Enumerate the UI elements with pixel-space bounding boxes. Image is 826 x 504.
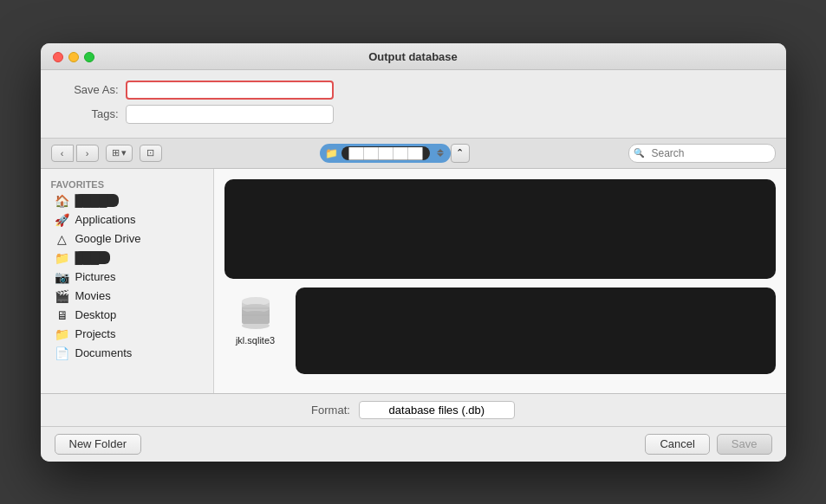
dark-content-block-right: [296, 288, 776, 374]
location-bar: 📁 ██████████ ⌃: [169, 144, 621, 163]
location-pill[interactable]: 📁 ██████████: [320, 144, 450, 163]
movies-icon: 🎬: [55, 289, 70, 303]
file-name-label: jkl.sqlite3: [236, 335, 275, 346]
new-folder-toolbar-button[interactable]: ⊡: [140, 145, 162, 162]
sqlite-icon-svg: [237, 291, 275, 333]
database-file-icon: [235, 291, 276, 333]
save-dialog: Output database Save As: Tags: ‹ › ⊞ ▾ ⊡…: [41, 43, 786, 462]
sidebar-item-pictures[interactable]: 📷 Pictures: [44, 268, 210, 287]
projects-icon: 📁: [55, 327, 70, 341]
maximize-button[interactable]: [84, 52, 94, 62]
list-item[interactable]: jkl.sqlite3: [224, 288, 287, 374]
tags-row: Tags:: [58, 105, 769, 124]
dark-content-block-top: [224, 179, 776, 279]
new-folder-button[interactable]: New Folder: [55, 434, 141, 455]
location-chevron-icon: [437, 149, 444, 157]
sidebar-item-label: Google Drive: [75, 232, 141, 245]
sidebar-item-label: Documents: [75, 346, 133, 359]
view-button[interactable]: ⊞ ▾: [106, 145, 133, 162]
sidebar-item-label: ███: [75, 251, 110, 264]
pictures-icon: 📷: [55, 270, 70, 284]
sidebar-item-home[interactable]: 🏠 ████: [44, 191, 210, 210]
second-row: jkl.sqlite3: [224, 288, 776, 374]
search-input[interactable]: [628, 144, 776, 163]
sidebar-item-label: Movies: [75, 289, 111, 302]
save-as-input[interactable]: [126, 81, 334, 100]
format-bar: Format: database files (.db): [41, 394, 786, 427]
view-icon: ⊞: [112, 147, 120, 158]
google-drive-icon: △: [55, 232, 70, 246]
view-chevron-icon: ▾: [121, 147, 127, 158]
sidebar-item-label: ████: [75, 194, 119, 207]
search-wrapper: 🔍: [628, 144, 776, 163]
traffic-lights: [53, 52, 94, 62]
cancel-button[interactable]: Cancel: [645, 434, 709, 455]
forward-button[interactable]: ›: [76, 145, 99, 162]
folder-icon: 📁: [55, 251, 70, 265]
save-button[interactable]: Save: [717, 434, 772, 455]
bottom-bar: New Folder Cancel Save: [41, 427, 786, 462]
sidebar-item-desktop[interactable]: 🖥 Desktop: [44, 306, 210, 325]
save-as-row: Save As:: [58, 81, 769, 100]
sidebar-section-label: Favorites: [41, 176, 213, 191]
home-icon: 🏠: [55, 194, 70, 208]
back-button[interactable]: ‹: [51, 145, 74, 162]
sidebar: Favorites 🏠 ████ 🚀 Applications △ Google…: [41, 169, 214, 393]
main-content: Favorites 🏠 ████ 🚀 Applications △ Google…: [41, 169, 786, 394]
expand-button[interactable]: ⌃: [451, 144, 470, 163]
dialog-title: Output database: [368, 50, 458, 63]
sidebar-item-projects[interactable]: 📁 Projects: [44, 325, 210, 344]
location-text: ██████████: [341, 146, 429, 160]
desktop-icon: 🖥: [55, 308, 70, 322]
tags-input[interactable]: [126, 105, 334, 124]
format-label: Format:: [311, 404, 350, 417]
documents-icon: 📄: [55, 346, 70, 360]
search-icon: 🔍: [634, 148, 644, 158]
toolbar: ‹ › ⊞ ▾ ⊡ 📁 ██████████ ⌃ 🔍: [41, 139, 786, 169]
close-button[interactable]: [53, 52, 63, 62]
tags-label: Tags:: [58, 107, 119, 120]
sidebar-item-documents[interactable]: 📄 Documents: [44, 344, 210, 363]
minimize-button[interactable]: [68, 52, 79, 62]
expand-icon: ⌃: [456, 147, 464, 158]
sidebar-item-applications[interactable]: 🚀 Applications: [44, 210, 210, 229]
title-bar: Output database: [41, 43, 786, 70]
file-area: jkl.sqlite3: [214, 169, 786, 393]
sidebar-item-custom-folder[interactable]: 📁 ███: [44, 249, 210, 268]
folder-plus-icon: ⊡: [146, 147, 154, 158]
sidebar-item-label: Projects: [75, 327, 116, 340]
form-section: Save As: Tags:: [41, 70, 786, 139]
location-folder-icon: 📁: [325, 147, 338, 159]
sidebar-item-label: Pictures: [75, 270, 116, 283]
sidebar-item-label: Desktop: [75, 308, 117, 321]
sidebar-item-label: Applications: [75, 213, 136, 226]
sidebar-item-google-drive[interactable]: △ Google Drive: [44, 229, 210, 249]
save-as-label: Save As:: [58, 83, 119, 96]
action-buttons: Cancel Save: [645, 434, 771, 455]
format-value: database files (.db): [359, 401, 515, 419]
applications-icon: 🚀: [55, 213, 70, 227]
sidebar-item-movies[interactable]: 🎬 Movies: [44, 287, 210, 306]
